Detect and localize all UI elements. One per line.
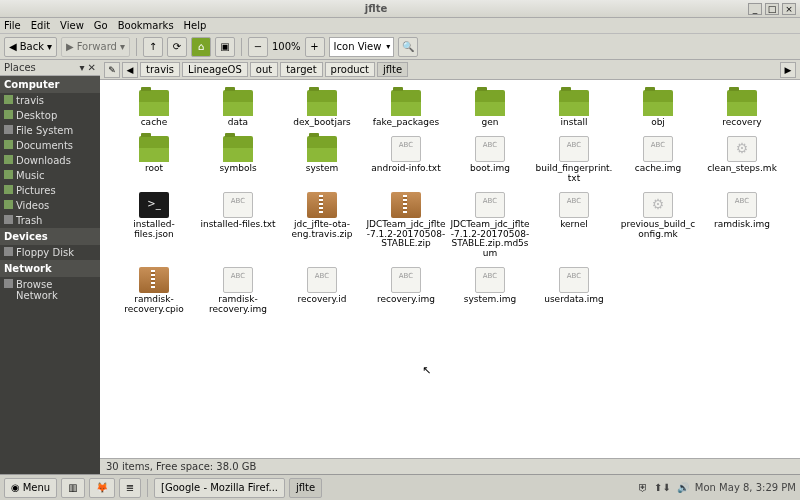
- file-item[interactable]: obj: [616, 88, 700, 130]
- file-icon: [223, 267, 253, 293]
- folder-icon: [223, 136, 253, 162]
- file-label: recovery.id: [297, 295, 346, 305]
- minimize-button[interactable]: _: [748, 3, 762, 15]
- path-back-button[interactable]: ◀: [122, 62, 138, 78]
- file-item[interactable]: installed-files.json: [112, 190, 196, 262]
- menu-bookmarks[interactable]: Bookmarks: [118, 20, 174, 31]
- sidebar-item-floppy[interactable]: Floppy Disk: [0, 245, 100, 260]
- close-button[interactable]: ×: [782, 3, 796, 15]
- file-item[interactable]: ramdisk-recovery.img: [196, 265, 280, 317]
- file-icon: [223, 192, 253, 218]
- file-item[interactable]: ramdisk.img: [700, 190, 784, 262]
- titlebar: jflte _ □ ×: [0, 0, 800, 18]
- chevron-down-icon[interactable]: ▾ ✕: [79, 62, 96, 73]
- file-label: boot.img: [470, 164, 510, 174]
- toolbar: ◀ Back ▾ ▶ Forward ▾ ↑ ⟳ ⌂ ▣ − 100% + Ic…: [0, 34, 800, 60]
- file-item[interactable]: build_fingerprint.txt: [532, 134, 616, 186]
- file-item[interactable]: recovery.img: [364, 265, 448, 317]
- launcher-2[interactable]: 🦊: [89, 478, 115, 498]
- file-item[interactable]: cache.img: [616, 134, 700, 186]
- file-item[interactable]: previous_build_config.mk: [616, 190, 700, 262]
- file-item[interactable]: jdc_jflte-ota-eng.travis.zip: [280, 190, 364, 262]
- network-icon[interactable]: ⬆⬇: [654, 482, 671, 493]
- menu-view[interactable]: View: [60, 20, 84, 31]
- sidebar-item-filesystem[interactable]: File System: [0, 123, 100, 138]
- path-edit-button[interactable]: ✎: [104, 62, 120, 78]
- file-item[interactable]: android-info.txt: [364, 134, 448, 186]
- computer-button[interactable]: ▣: [215, 37, 235, 57]
- file-item[interactable]: install: [532, 88, 616, 130]
- crumb-out[interactable]: out: [250, 62, 278, 77]
- crumb-travis[interactable]: travis: [140, 62, 180, 77]
- file-item[interactable]: JDCTeam_jdc_jflte-7.1.2-20170508-STABLE.…: [364, 190, 448, 262]
- crumb-lineageos[interactable]: LineageOS: [182, 62, 248, 77]
- file-item[interactable]: symbols: [196, 134, 280, 186]
- volume-icon[interactable]: 🔊: [677, 482, 689, 493]
- zoom-in-button[interactable]: +: [305, 37, 325, 57]
- pathbar: ✎ ◀ travis LineageOS out target product …: [100, 60, 800, 80]
- file-item[interactable]: kernel: [532, 190, 616, 262]
- sidebar-item-music[interactable]: Music: [0, 168, 100, 183]
- sidebar-item-documents[interactable]: Documents: [0, 138, 100, 153]
- file-item[interactable]: root: [112, 134, 196, 186]
- file-item[interactable]: dex_bootjars: [280, 88, 364, 130]
- file-item[interactable]: clean_steps.mk: [700, 134, 784, 186]
- file-item[interactable]: fake_packages: [364, 88, 448, 130]
- file-item[interactable]: userdata.img: [532, 265, 616, 317]
- up-button[interactable]: ↑: [143, 37, 163, 57]
- sidebar-item-desktop[interactable]: Desktop: [0, 108, 100, 123]
- file-label: data: [228, 118, 248, 128]
- view-mode-select[interactable]: Icon View: [329, 37, 395, 57]
- file-icon: [475, 136, 505, 162]
- launcher-3[interactable]: ≣: [119, 478, 141, 498]
- home-button[interactable]: ⌂: [191, 37, 211, 57]
- file-label: userdata.img: [544, 295, 604, 305]
- task-firefox[interactable]: [Google - Mozilla Firef...: [154, 478, 285, 498]
- back-button[interactable]: ◀ Back ▾: [4, 37, 57, 57]
- task-jflte[interactable]: jflte: [289, 478, 322, 498]
- file-item[interactable]: JDCTeam_jdc_jflte-7.1.2-20170508-STABLE.…: [448, 190, 532, 262]
- file-item[interactable]: system.img: [448, 265, 532, 317]
- menu-button[interactable]: ◉ Menu: [4, 478, 57, 498]
- crumb-jflte[interactable]: jflte: [377, 62, 408, 77]
- sidebar-item-videos[interactable]: Videos: [0, 198, 100, 213]
- search-button[interactable]: 🔍: [398, 37, 418, 57]
- forward-button[interactable]: ▶ Forward ▾: [61, 37, 130, 57]
- zoom-out-button[interactable]: −: [248, 37, 268, 57]
- maximize-button[interactable]: □: [765, 3, 779, 15]
- file-item[interactable]: installed-files.txt: [196, 190, 280, 262]
- sidebar-item-browse-network[interactable]: Browse Network: [0, 277, 100, 303]
- menu-edit[interactable]: Edit: [31, 20, 50, 31]
- sidebar-item-trash[interactable]: Trash: [0, 213, 100, 228]
- sidebar-item-travis[interactable]: travis: [0, 93, 100, 108]
- file-icon: [643, 136, 673, 162]
- file-item[interactable]: recovery: [700, 88, 784, 130]
- file-icon: [643, 192, 673, 218]
- sidebar-item-pictures[interactable]: Pictures: [0, 183, 100, 198]
- separator: [147, 479, 148, 497]
- menu-help[interactable]: Help: [184, 20, 207, 31]
- window-controls: _ □ ×: [748, 3, 796, 15]
- sidebar-item-downloads[interactable]: Downloads: [0, 153, 100, 168]
- menu-go[interactable]: Go: [94, 20, 108, 31]
- crumb-target[interactable]: target: [280, 62, 322, 77]
- clock[interactable]: Mon May 8, 3:29 PM: [695, 482, 796, 493]
- zoom-label: 100%: [272, 41, 301, 52]
- file-icon: [391, 192, 421, 218]
- crumb-product[interactable]: product: [325, 62, 375, 77]
- shield-icon[interactable]: ⛨: [638, 482, 648, 493]
- file-item[interactable]: system: [280, 134, 364, 186]
- file-item[interactable]: cache: [112, 88, 196, 130]
- path-forward-button[interactable]: ▶: [780, 62, 796, 78]
- file-label: root: [145, 164, 163, 174]
- file-item[interactable]: boot.img: [448, 134, 532, 186]
- file-item[interactable]: recovery.id: [280, 265, 364, 317]
- file-label: installed-files.txt: [200, 220, 275, 230]
- file-item[interactable]: gen: [448, 88, 532, 130]
- icon-area[interactable]: cachedatadex_bootjarsfake_packagesgenins…: [100, 80, 800, 458]
- launcher-1[interactable]: ▥: [61, 478, 84, 498]
- menu-file[interactable]: File: [4, 20, 21, 31]
- file-item[interactable]: data: [196, 88, 280, 130]
- reload-button[interactable]: ⟳: [167, 37, 187, 57]
- file-item[interactable]: ramdisk-recovery.cpio: [112, 265, 196, 317]
